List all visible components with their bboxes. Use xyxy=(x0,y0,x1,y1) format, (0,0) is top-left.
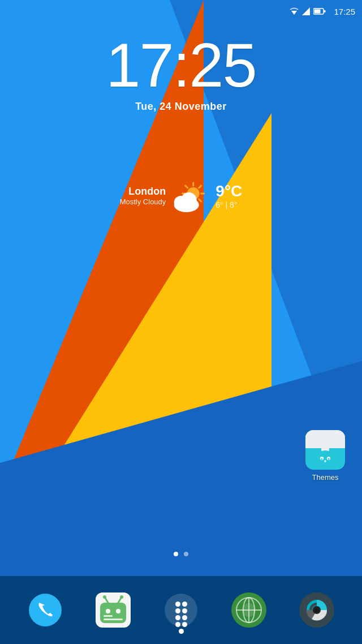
page-indicators xyxy=(174,552,188,556)
dock-phone[interactable] xyxy=(27,592,63,628)
drawer-dot-8 xyxy=(182,622,187,627)
svg-rect-39 xyxy=(104,615,113,617)
wifi-icon xyxy=(290,7,299,15)
app-grid: Themes xyxy=(305,430,345,482)
weather-range: 6° | 8° xyxy=(216,200,242,209)
svg-rect-19 xyxy=(305,430,345,443)
svg-point-22 xyxy=(317,450,333,466)
dock-drawer[interactable] xyxy=(163,592,199,628)
svg-point-30 xyxy=(29,594,62,626)
dock-camera[interactable] xyxy=(299,592,335,628)
status-time: 17:25 xyxy=(334,7,355,16)
drawer-dot-6 xyxy=(182,615,187,620)
svg-line-10 xyxy=(185,186,187,188)
svg-point-38 xyxy=(120,595,123,599)
svg-point-29 xyxy=(324,460,326,462)
weather-icon xyxy=(170,175,211,216)
svg-rect-3 xyxy=(314,10,321,14)
drawer-dot-9 xyxy=(179,629,184,634)
page-dot-2 xyxy=(184,552,188,556)
svg-marker-1 xyxy=(302,7,310,15)
dock-browser[interactable] xyxy=(231,592,267,628)
page-dot-1 xyxy=(174,552,178,556)
drawer-dot-3 xyxy=(175,608,180,613)
weather-city: London xyxy=(120,186,166,198)
weather-condition: Mostly Cloudy xyxy=(120,198,166,206)
clock-widget[interactable]: 17:25 Tue, 24 November xyxy=(0,34,362,113)
svg-point-37 xyxy=(103,595,106,599)
drawer-dot-5 xyxy=(175,615,180,620)
drawer-dot-2 xyxy=(182,602,187,607)
svg-point-33 xyxy=(106,609,110,613)
drawer-dot-4 xyxy=(182,608,187,613)
svg-rect-4 xyxy=(324,10,326,12)
svg-line-11 xyxy=(199,186,201,188)
dock xyxy=(0,576,362,644)
status-bar: 17:25 xyxy=(0,0,362,23)
weather-temp-value: 9°C xyxy=(216,182,242,200)
svg-marker-0 xyxy=(291,11,297,15)
svg-point-28 xyxy=(328,458,330,460)
weather-location: London Mostly Cloudy xyxy=(120,186,166,206)
clock-date: Tue, 24 November xyxy=(0,101,362,113)
drawer-dot-1 xyxy=(175,602,180,607)
drawer-dot-7 xyxy=(175,622,180,627)
weather-widget[interactable]: London Mostly Cloudy 9°C xyxy=(120,175,243,216)
weather-temperature: 9°C 6° | 8° xyxy=(216,182,242,209)
svg-point-53 xyxy=(314,608,319,612)
signal-icon xyxy=(302,7,310,15)
status-icons: 17:25 xyxy=(290,7,355,16)
svg-point-34 xyxy=(116,609,120,613)
svg-point-27 xyxy=(321,458,323,460)
svg-line-13 xyxy=(199,199,201,201)
clock-time: 17:25 xyxy=(0,34,362,96)
svg-point-16 xyxy=(180,192,196,208)
svg-rect-40 xyxy=(104,619,123,620)
battery-icon xyxy=(313,8,326,15)
themes-app-icon[interactable]: Themes xyxy=(305,430,345,482)
drawer-icon-shape xyxy=(165,594,197,626)
themes-app-label: Themes xyxy=(312,473,339,482)
dock-messenger[interactable] xyxy=(95,592,131,628)
themes-icon-image xyxy=(305,430,345,470)
